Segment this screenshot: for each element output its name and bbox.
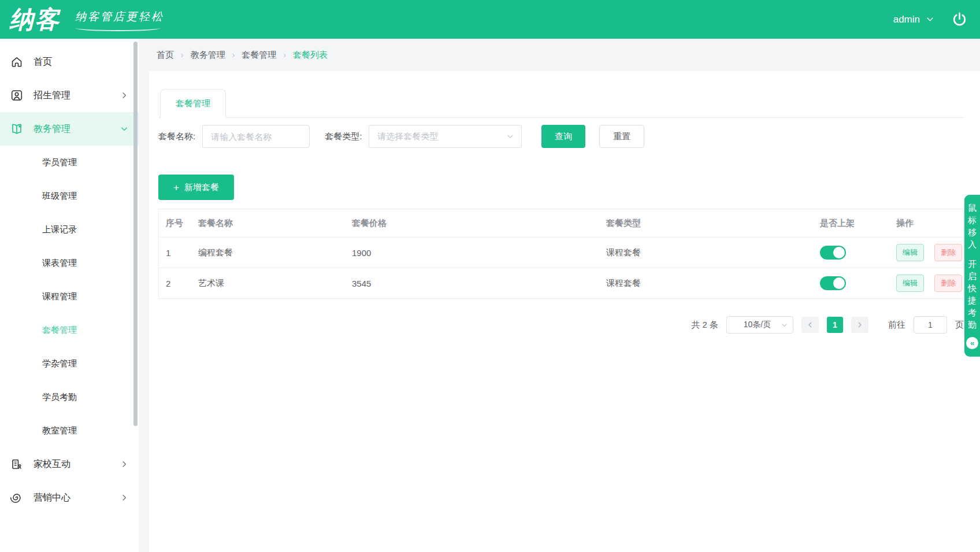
sidebar-subitem-class-management[interactable]: 班级管理 bbox=[0, 179, 139, 213]
table-header-row: 序号 套餐名称 套餐价格 套餐类型 是否上架 操作 bbox=[159, 209, 963, 238]
sidebar-item-label: 营销中心 bbox=[34, 492, 120, 504]
column-header-on-shelf: 是否上架 bbox=[813, 218, 889, 229]
sidebar-subitem-student-management[interactable]: 学员管理 bbox=[0, 146, 139, 179]
reset-button[interactable]: 重置 bbox=[599, 125, 644, 148]
sidebar-subitem-lesson-records[interactable]: 上课记录 bbox=[0, 213, 139, 246]
sidebar-subitem-student-attendance[interactable]: 学员考勤 bbox=[0, 380, 139, 414]
cell-type: 课程套餐 bbox=[599, 247, 813, 258]
cell-name: 艺术课 bbox=[191, 278, 345, 289]
shelf-toggle[interactable] bbox=[820, 246, 846, 260]
edit-button[interactable]: 编辑 bbox=[896, 275, 924, 292]
sidebar-item-home-school[interactable]: 家校互动 bbox=[0, 447, 139, 481]
sidebar-item-label: 首页 bbox=[34, 56, 139, 68]
chevron-left-icon bbox=[806, 321, 814, 329]
package-table: 序号 套餐名称 套餐价格 套餐类型 是否上架 操作 1 编程套餐 1900 课程… bbox=[158, 209, 964, 299]
edit-button[interactable]: 编辑 bbox=[896, 244, 924, 261]
chevron-down-icon bbox=[926, 15, 934, 24]
package-type-select[interactable]: 请选择套餐类型 bbox=[369, 125, 522, 148]
sidebar-subitem-fees-management[interactable]: 学杂管理 bbox=[0, 347, 139, 380]
cell-name: 编程套餐 bbox=[191, 247, 345, 258]
prev-page-button[interactable] bbox=[801, 317, 819, 333]
column-header-type: 套餐类型 bbox=[599, 218, 813, 229]
breadcrumb-package-list: 套餐列表 bbox=[293, 50, 328, 61]
table-row: 2 艺术课 3545 课程套餐 编辑 删除 bbox=[159, 268, 963, 299]
package-type-label: 套餐类型: bbox=[325, 131, 362, 142]
breadcrumb-academic[interactable]: 教务管理 bbox=[191, 50, 225, 61]
page-unit-label: 页 bbox=[955, 320, 964, 331]
column-header-actions: 操作 bbox=[889, 218, 963, 229]
power-icon[interactable] bbox=[952, 12, 967, 27]
page-size-select[interactable]: 10条/页 bbox=[726, 316, 793, 334]
sidebar-subitem-classroom-management[interactable]: 教室管理 bbox=[0, 414, 139, 447]
chevron-right-icon bbox=[856, 321, 864, 329]
user-menu[interactable]: admin bbox=[893, 14, 934, 25]
sidebar-item-academic[interactable]: 教务管理 bbox=[0, 112, 139, 146]
column-header-index: 序号 bbox=[159, 218, 191, 229]
cell-index: 2 bbox=[159, 279, 191, 288]
cell-type: 课程套餐 bbox=[599, 278, 813, 289]
breadcrumb-package-management[interactable]: 套餐管理 bbox=[242, 50, 276, 61]
slogan-text: 纳客管店更轻松 bbox=[75, 9, 164, 24]
next-page-button[interactable] bbox=[851, 317, 868, 333]
book-icon bbox=[10, 122, 24, 136]
content-card: 套餐管理 套餐名称: 套餐类型: 请选择套餐类型 查询 重置 + bbox=[149, 71, 980, 552]
chevron-right-icon bbox=[120, 460, 129, 469]
slogan-underline bbox=[75, 25, 161, 31]
select-placeholder: 请选择套餐类型 bbox=[377, 131, 506, 142]
add-package-label: 新增套餐 bbox=[184, 182, 219, 193]
cell-price: 1900 bbox=[345, 248, 599, 258]
breadcrumb-separator: › bbox=[283, 50, 286, 60]
ribbon-text-line2: 开启快捷考勤 bbox=[964, 258, 980, 331]
chevron-right-icon bbox=[120, 91, 129, 100]
pagination: 共 2 条 10条/页 1 前往 页 bbox=[158, 316, 964, 334]
package-name-input[interactable] bbox=[202, 125, 310, 148]
sidebar-scrollbar[interactable] bbox=[133, 42, 138, 426]
ribbon-text-line1: 鼠标移入 bbox=[964, 202, 980, 250]
breadcrumb-separator: › bbox=[232, 50, 235, 60]
chevron-down-icon bbox=[506, 132, 514, 140]
breadcrumb-separator: › bbox=[181, 50, 184, 60]
sidebar-item-enrollment[interactable]: 招生管理 bbox=[0, 79, 139, 112]
logo[interactable]: 纳客 bbox=[9, 8, 60, 32]
toggle-knob bbox=[833, 247, 845, 258]
sidebar-subitem-package-management[interactable]: 套餐管理 bbox=[0, 313, 139, 347]
sidebar: 首页 招生管理 教务管理 学员管理 bbox=[0, 39, 139, 552]
filter-bar: 套餐名称: 套餐类型: 请选择套餐类型 查询 重置 bbox=[158, 125, 964, 148]
sidebar-item-marketing[interactable]: 营销中心 bbox=[0, 481, 139, 514]
shelf-toggle[interactable] bbox=[820, 276, 846, 290]
slogan: 纳客管店更轻松 bbox=[75, 9, 164, 31]
sidebar-subitem-timetable-management[interactable]: 课表管理 bbox=[0, 246, 139, 280]
delete-button[interactable]: 删除 bbox=[934, 244, 962, 261]
current-page-button[interactable]: 1 bbox=[827, 317, 843, 333]
main-area: 首页 › 教务管理 › 套餐管理 › 套餐列表 套餐管理 套餐名称: 套餐类型: bbox=[139, 39, 980, 552]
goto-page-input[interactable] bbox=[914, 316, 947, 334]
tab-bar: 套餐管理 bbox=[158, 88, 964, 118]
cell-price: 3545 bbox=[345, 279, 599, 288]
plus-icon: + bbox=[173, 183, 179, 192]
username: admin bbox=[893, 14, 920, 25]
expand-left-icon[interactable]: « bbox=[966, 337, 978, 349]
toggle-knob bbox=[833, 277, 845, 289]
breadcrumb: 首页 › 教务管理 › 套餐管理 › 套餐列表 bbox=[139, 39, 980, 71]
search-button[interactable]: 查询 bbox=[541, 125, 585, 148]
sidebar-item-home[interactable]: 首页 bbox=[0, 45, 139, 79]
add-package-button[interactable]: + 新增套餐 bbox=[158, 175, 234, 200]
home-icon bbox=[10, 55, 24, 69]
column-header-name: 套餐名称 bbox=[191, 218, 345, 229]
sidebar-subitem-course-management[interactable]: 课程管理 bbox=[0, 280, 139, 313]
quick-attendance-ribbon[interactable]: 鼠标移入 开启快捷考勤 « bbox=[964, 195, 980, 357]
breadcrumb-home[interactable]: 首页 bbox=[157, 50, 174, 61]
delete-button[interactable]: 删除 bbox=[934, 275, 962, 292]
chevron-down-icon bbox=[120, 124, 129, 134]
target-icon bbox=[10, 491, 24, 505]
chevron-right-icon bbox=[120, 493, 129, 502]
table-row: 1 编程套餐 1900 课程套餐 编辑 删除 bbox=[159, 238, 963, 268]
tab-package-management[interactable]: 套餐管理 bbox=[160, 89, 226, 118]
app-header: 纳客 纳客管店更轻松 admin bbox=[0, 0, 980, 39]
person-icon bbox=[10, 88, 24, 102]
sidebar-item-label: 家校互动 bbox=[34, 458, 120, 471]
page-size-value: 10条/页 bbox=[734, 320, 781, 330]
column-header-price: 套餐价格 bbox=[345, 218, 599, 229]
sidebar-item-label: 教务管理 bbox=[34, 123, 120, 135]
total-count: 共 2 条 bbox=[691, 320, 718, 331]
